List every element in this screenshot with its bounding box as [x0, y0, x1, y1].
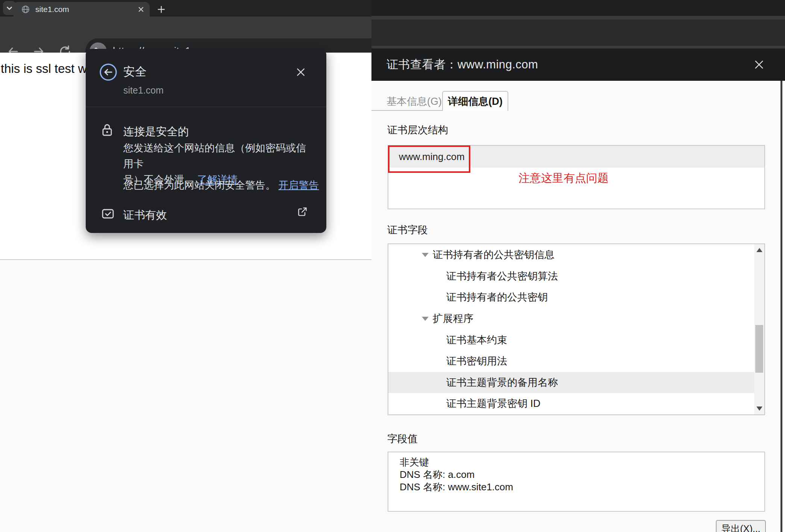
lock-icon	[102, 123, 113, 137]
cert-field-label: 证书基本约束	[446, 333, 507, 347]
expanded-triangle-icon[interactable]	[422, 253, 429, 257]
tab-row-underline	[371, 110, 442, 111]
globe-icon	[21, 5, 30, 14]
export-button[interactable]: 导出(X)...	[716, 520, 766, 532]
cert-window-chrome-toolbar	[371, 20, 785, 46]
hierarchy-section-label: 证书层次结构	[387, 123, 448, 137]
warning-row: 您已选择为此网站关闭安全警告。 开启警告	[123, 178, 319, 193]
cert-field-row[interactable]: 证书主题背景的备用名称	[388, 372, 754, 393]
tab-general-info[interactable]: 基本信息(G)	[386, 95, 442, 108]
popup-close-button[interactable]	[295, 66, 307, 78]
cert-field-row[interactable]: 证书持有者的公共密钥信息	[388, 244, 754, 266]
enable-warnings-link[interactable]: 开启警告	[279, 180, 319, 191]
cert-field-label: 证书持有者的公共密钥	[446, 290, 548, 304]
close-icon	[296, 67, 306, 77]
cert-field-label: 证书持有者的公共密钥信息	[433, 248, 555, 261]
cert-viewer-titlebar: 证书查看者：www.ming.com	[371, 48, 785, 81]
popup-site-name: site1.com	[123, 85, 164, 96]
cert-field-row[interactable]: 扩展程序	[388, 308, 754, 329]
scroll-up-icon[interactable]	[756, 248, 762, 252]
tab-close-icon[interactable]	[138, 6, 144, 13]
field-value-box: 非关键DNS 名称: a.comDNS 名称: www.site1.com	[388, 452, 765, 512]
cert-field-label: 证书主题背景的备用名称	[446, 376, 558, 389]
cert-field-row[interactable]: 证书持有者公共密钥算法	[388, 266, 754, 287]
red-annotation-rectangle	[388, 145, 470, 173]
site-security-popup: 安全 site1.com 连接是安全的 您发送给这个网站的信息（例如密码或信用卡…	[86, 49, 326, 233]
certificate-fields-box: 证书持有者的公共密钥信息证书持有者公共密钥算法证书持有者的公共密钥扩展程序证书基…	[388, 243, 765, 415]
fields-section-label: 证书字段	[387, 223, 428, 237]
open-in-new-icon[interactable]	[297, 207, 308, 217]
certificate-valid-row[interactable]: 证书有效	[123, 208, 167, 223]
cert-window-outside	[782, 81, 785, 532]
cert-window-chrome-top	[371, 0, 785, 16]
fields-scrollbar[interactable]	[754, 244, 764, 414]
popup-back-button[interactable]	[99, 63, 117, 81]
scroll-down-icon[interactable]	[756, 407, 762, 411]
popup-title: 安全	[123, 64, 147, 80]
scrollbar-thumb[interactable]	[755, 325, 763, 373]
popup-divider	[86, 107, 326, 107]
field-value-line: DNS 名称: www.site1.com	[400, 481, 764, 493]
certificate-hierarchy-box: www.ming.com 注意这里有点问题	[388, 145, 765, 209]
connection-secure-heading: 连接是安全的	[123, 124, 189, 139]
tab-strip: site1.com	[0, 0, 371, 17]
close-icon	[754, 59, 764, 70]
cert-field-label: 扩展程序	[433, 312, 473, 325]
screenshot-stage: site1.com	[0, 0, 785, 532]
field-value-line: 非关键	[400, 456, 764, 469]
tab-details[interactable]: 详细信息(D)	[442, 91, 508, 111]
chevron-down-icon	[5, 4, 14, 12]
cert-field-row[interactable]: 证书基本约束	[388, 329, 754, 351]
tab-title: site1.com	[35, 5, 69, 14]
plus-icon	[156, 5, 166, 14]
warning-text: 您已选择为此网站关闭安全警告。	[123, 180, 276, 191]
cert-window-chrome-band2	[371, 46, 785, 48]
cert-field-row[interactable]: 证书持有者的公共密钥	[388, 287, 754, 308]
cert-field-label: 证书密钥用法	[446, 354, 507, 368]
page-body-text: this is ssl test w	[1, 62, 87, 76]
browser-toolbar: https://www.site1.com	[0, 17, 371, 53]
certificate-viewer-window: 证书查看者：www.ming.com 基本信息(G) 详细信息(D) 证书层次结…	[371, 0, 785, 532]
cert-window-chrome-band	[371, 16, 785, 20]
certificate-icon	[102, 208, 114, 219]
cert-field-label: 证书持有者公共密钥算法	[446, 269, 558, 283]
desktop-background	[0, 259, 371, 532]
field-value-line: DNS 名称: a.com	[400, 469, 764, 481]
expanded-triangle-icon[interactable]	[422, 317, 429, 321]
body-line-1: 您发送给这个网站的信息（例如密码或信用卡	[123, 140, 313, 172]
back-circle-icon	[99, 63, 117, 81]
red-annotation-text: 注意这里有点问题	[518, 171, 609, 186]
new-tab-button[interactable]	[155, 3, 168, 16]
cert-field-label: 证书主题背景密钥 ID	[446, 397, 541, 410]
cert-viewer-title: 证书查看者：www.ming.com	[386, 48, 538, 81]
browser-tab[interactable]: site1.com	[14, 2, 150, 17]
cert-field-row[interactable]: 证书密钥用法	[388, 351, 754, 372]
field-value-section-label: 字段值	[387, 432, 418, 446]
cert-viewer-close-button[interactable]	[753, 58, 765, 71]
cert-fields-list: 证书持有者的公共密钥信息证书持有者公共密钥算法证书持有者的公共密钥扩展程序证书基…	[388, 244, 754, 414]
cert-field-row[interactable]: 证书主题背景密钥 ID	[388, 393, 754, 414]
